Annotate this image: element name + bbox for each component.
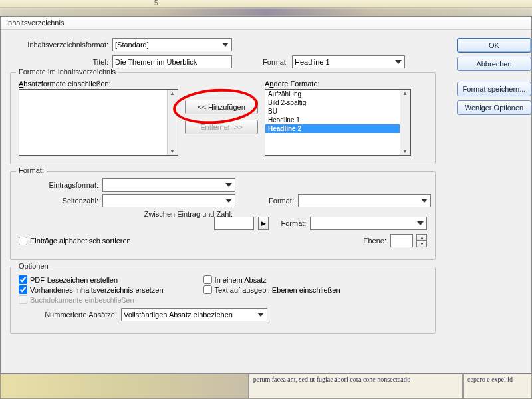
style-legend: Format: <box>16 166 47 174</box>
between-input[interactable] <box>214 217 254 230</box>
between-format-select[interactable] <box>310 217 427 230</box>
hidden-layers-checkbox[interactable]: Text auf ausgebl. Ebenen einschließen <box>203 285 340 294</box>
top-format-label: Format: <box>248 58 288 66</box>
between-menu-button[interactable]: ▶ <box>258 217 269 230</box>
ruler <box>0 0 532 8</box>
list-item[interactable]: Headline 2 <box>265 124 410 133</box>
numbered-para-label: Nummerierte Absätze: <box>19 311 117 319</box>
add-button[interactable]: << Hinzufügen <box>185 100 258 114</box>
style-group: Format: Eintragsformat: Seitenzahl: Form… <box>10 171 436 260</box>
page-format-select[interactable] <box>298 194 431 207</box>
entry-format-label: Eintragsformat: <box>19 181 98 189</box>
fewer-options-button[interactable]: Weniger Optionen <box>457 100 531 115</box>
title-label: Titel: <box>10 58 108 66</box>
level-label: Ebene: <box>363 237 386 245</box>
between-format-label: Format: <box>277 219 306 227</box>
document-blur <box>0 8 532 16</box>
toc-dialog: Inhaltsverzeichnis OK Abbrechen Format s… <box>0 16 532 374</box>
level-down[interactable]: ▾ <box>416 241 427 247</box>
page-number-label: Seitenzahl: <box>19 197 98 205</box>
numbered-para-select[interactable]: Vollständigen Absatz einbeziehen <box>121 308 267 321</box>
toc-format-label: Inhaltsverzeichnisformat: <box>10 41 108 49</box>
options-group: Optionen PDF-Lesezeichen erstellen Vorha… <box>10 267 436 334</box>
top-format-select[interactable]: Headline 1 <box>292 55 405 68</box>
footer-cell: cepero e expel id <box>463 374 532 399</box>
options-legend: Optionen <box>16 262 51 270</box>
scrollbar[interactable] <box>400 90 410 155</box>
cancel-button[interactable]: Abbrechen <box>457 57 531 71</box>
entry-format-select[interactable] <box>102 178 235 192</box>
page-footer: perum facea ant, sed ut fugiae abori cor… <box>0 374 532 399</box>
single-para-checkbox[interactable]: In einem Absatz <box>203 275 340 284</box>
scrollbar[interactable] <box>167 90 178 155</box>
ok-button[interactable]: OK <box>457 38 531 53</box>
list-item[interactable]: Aufzählung <box>265 90 410 98</box>
dialog-side-buttons: OK Abbrechen Format speichern... Weniger… <box>456 38 531 119</box>
sort-checkbox[interactable] <box>19 237 27 245</box>
list-item[interactable]: BU <box>265 107 410 116</box>
other-formats-label: Andere Formate: <box>265 80 411 88</box>
page-number-select[interactable] <box>102 194 235 207</box>
level-input[interactable] <box>390 234 413 247</box>
save-format-button[interactable]: Format speichern... <box>457 82 531 96</box>
include-formats-listbox[interactable] <box>19 89 178 156</box>
title-input[interactable] <box>112 55 232 68</box>
pdf-bookmarks-checkbox[interactable]: PDF-Lesezeichen erstellen <box>19 275 164 284</box>
level-stepper[interactable]: ▴▾ <box>416 234 427 247</box>
replace-toc-checkbox[interactable]: Vorhandenes Inhaltsverzeichnis ersetzen <box>19 285 164 294</box>
level-up[interactable]: ▴ <box>416 234 427 241</box>
formats-group: Formate im Inhaltsverzeichnis Absatzform… <box>10 72 436 164</box>
other-formats-listbox[interactable]: Aufzählung Bild 2-spaltig BU Headline 1 … <box>265 89 411 156</box>
list-item[interactable]: Bild 2-spaltig <box>265 98 410 107</box>
remove-button[interactable]: Entfernen >> <box>185 120 258 134</box>
book-docs-checkbox: Buchdokumente einbeschließen <box>19 295 164 304</box>
between-label: Zwischen Eintrag und Zahl: <box>19 210 235 218</box>
footer-cell: perum facea ant, sed ut fugiae abori cor… <box>249 374 463 399</box>
toc-format-select[interactable]: [Standard] <box>112 38 232 51</box>
list-item[interactable]: Headline 1 <box>265 116 410 124</box>
page-format-label: Format: <box>254 197 294 205</box>
footer-cell <box>0 374 249 399</box>
dialog-title: Inhaltsverzeichnis <box>1 17 531 30</box>
formats-legend: Formate im Inhaltsverzeichnis <box>16 68 118 76</box>
sort-checkbox-label[interactable]: Einträge alphabetisch sortieren <box>19 237 131 245</box>
